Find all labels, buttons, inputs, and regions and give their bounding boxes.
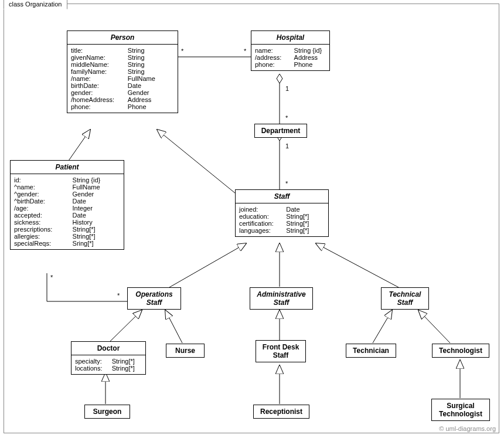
attr-row: /address:Address <box>255 54 326 61</box>
attr-row: givenName:String <box>71 54 174 61</box>
attr-type: String[*] <box>73 233 120 240</box>
attr-row: title:String <box>71 47 174 54</box>
attr-name: ^gender: <box>14 191 73 198</box>
attr-type: History <box>73 219 120 226</box>
attr-type: Date <box>128 82 174 89</box>
class-patient-attrs: id:String {id}^name:FullName^gender:Gend… <box>11 174 124 249</box>
attr-type: Address <box>294 54 326 61</box>
attr-name: ^birthDate: <box>14 198 73 205</box>
mult-person-hosp-left: * <box>181 47 183 55</box>
attr-type: String <box>128 68 174 75</box>
attr-name: languages: <box>239 227 286 234</box>
class-frontdesk-title: Front Desk Staff <box>256 341 305 362</box>
class-doctor-title: Doctor <box>71 342 145 355</box>
attr-row: certification:String[*] <box>239 220 325 227</box>
attr-row: sickness:History <box>14 219 120 226</box>
class-technologist-title: Technologist <box>433 344 489 357</box>
attr-name: /name: <box>71 75 128 82</box>
class-patient-title: Patient <box>11 161 124 174</box>
mult-dept-staff-star: * <box>285 180 288 187</box>
attr-type: Gender <box>128 89 174 96</box>
class-surg-tech-title: Surgical Technologist <box>432 399 489 420</box>
attr-name: specialty: <box>75 358 112 365</box>
class-technician: Technician <box>346 344 396 358</box>
class-hospital-title: Hospital <box>251 31 329 45</box>
class-staff-attrs: joined:Dateeducation:String[*]certificat… <box>236 203 328 236</box>
attr-name: joined: <box>239 206 286 213</box>
class-hospital-attrs: name:String {id}/address:Addressphone:Ph… <box>251 45 329 70</box>
class-patient: Patient id:String {id}^name:FullName^gen… <box>10 160 124 250</box>
attr-type: String[*] <box>73 226 120 233</box>
attr-name: middleName: <box>71 61 128 68</box>
attr-type: Date <box>73 212 120 219</box>
attr-type: Integer <box>73 205 120 212</box>
attr-name: specialReqs: <box>14 240 73 247</box>
class-ops-staff: Operations Staff <box>127 287 181 310</box>
attr-row: specialty:String[*] <box>75 358 142 365</box>
class-department: Department <box>254 124 307 138</box>
attr-row: accepted:Date <box>14 212 120 219</box>
attr-row: /homeAddress:Address <box>71 96 174 103</box>
attr-row: locations:String[*] <box>75 365 142 372</box>
attr-type: String[*] <box>112 358 142 365</box>
attr-row: gender:Gender <box>71 89 174 96</box>
attr-type: String {id} <box>73 176 120 184</box>
attr-name: education: <box>239 213 286 220</box>
copyright-text: © uml-diagrams.org <box>439 425 496 432</box>
attr-row: birthDate:Date <box>71 82 174 89</box>
class-doctor: Doctor specialty:String[*]locations:Stri… <box>71 341 146 375</box>
attr-row: joined:Date <box>239 206 325 213</box>
class-nurse-title: Nurse <box>166 344 204 357</box>
class-person-title: Person <box>67 31 178 45</box>
attr-name: allergies: <box>14 233 73 240</box>
class-staff: Staff joined:Dateeducation:String[*]cert… <box>235 189 329 237</box>
class-person-attrs: title:StringgivenName:StringmiddleName:S… <box>67 45 178 113</box>
attr-row: prescriptions:String[*] <box>14 226 120 233</box>
attr-name: locations: <box>75 365 112 372</box>
attr-type: Phone <box>294 61 326 68</box>
class-surg-tech: Surgical Technologist <box>431 399 490 421</box>
attr-row: /name:FullName <box>71 75 174 82</box>
attr-row: id:String {id} <box>14 176 120 184</box>
attr-row: ^birthDate:Date <box>14 198 120 205</box>
class-tech-staff-title: Technical Staff <box>382 288 428 309</box>
class-surgeon: Surgeon <box>84 405 130 419</box>
attr-type: Phone <box>128 103 174 110</box>
attr-name: gender: <box>71 89 128 96</box>
attr-name: accepted: <box>14 212 73 219</box>
package-frame-label: class Organization <box>4 0 67 9</box>
attr-row: education:String[*] <box>239 213 325 220</box>
attr-name: prescriptions: <box>14 226 73 233</box>
attr-row: familyName:String <box>71 68 174 75</box>
attr-name: givenName: <box>71 54 128 61</box>
attr-type: String <box>128 54 174 61</box>
attr-row: phone:Phone <box>255 61 326 68</box>
attr-row: languages:String[*] <box>239 227 325 234</box>
mult-person-hosp-right: * <box>244 47 246 55</box>
mult-dept-staff-1: 1 <box>285 142 289 150</box>
attr-type: FullName <box>73 184 120 191</box>
attr-name: sickness: <box>14 219 73 226</box>
mult-patient-ops-right: * <box>117 292 120 299</box>
attr-name: /address: <box>255 54 294 61</box>
attr-type: String {id} <box>294 47 326 54</box>
attr-type: Sring[*] <box>73 240 120 247</box>
class-technician-title: Technician <box>346 344 396 357</box>
mult-hosp-dept-1: 1 <box>285 85 289 92</box>
attr-type: FullName <box>128 75 174 82</box>
class-frontdesk: Front Desk Staff <box>256 340 306 362</box>
attr-name: /age: <box>14 205 73 212</box>
class-staff-title: Staff <box>236 190 328 203</box>
attr-name: /homeAddress: <box>71 96 128 103</box>
attr-type: String[*] <box>112 365 142 372</box>
attr-type: Gender <box>73 191 120 198</box>
class-admin-staff: Administrative Staff <box>250 287 313 310</box>
attr-type: String[*] <box>286 227 325 234</box>
class-person: Person title:StringgivenName:Stringmiddl… <box>67 30 178 113</box>
class-technologist: Technologist <box>432 344 489 358</box>
attr-type: Date <box>286 206 325 213</box>
attr-name: phone: <box>255 61 294 68</box>
attr-row: middleName:String <box>71 61 174 68</box>
mult-hosp-dept-star: * <box>285 114 288 121</box>
class-surgeon-title: Surgeon <box>85 405 130 418</box>
